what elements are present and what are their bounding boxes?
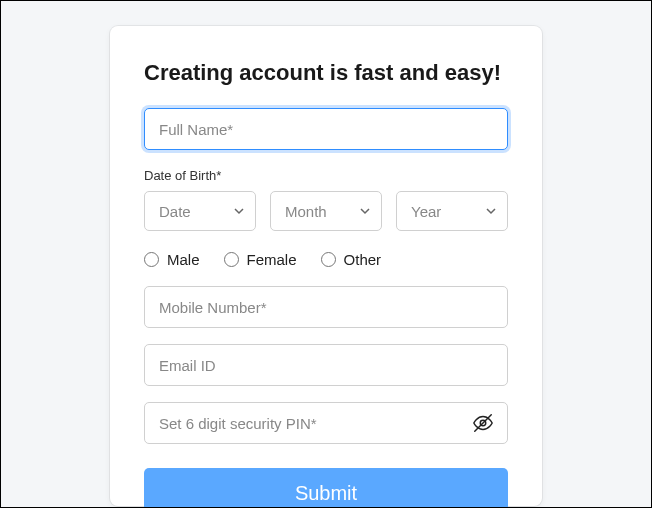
chevron-down-icon	[485, 205, 497, 217]
gender-radio-group: Male Female Other	[144, 251, 508, 268]
page-title: Creating account is fast and easy!	[144, 60, 508, 86]
pin-field-wrap	[144, 402, 508, 444]
dob-date-placeholder: Date	[159, 203, 191, 220]
toggle-pin-visibility-icon[interactable]	[472, 412, 494, 434]
eye-off-icon	[472, 412, 494, 434]
gender-female-radio[interactable]	[224, 252, 239, 267]
dob-year-select[interactable]: Year	[396, 191, 508, 231]
gender-female-option[interactable]: Female	[224, 251, 297, 268]
chevron-down-icon	[359, 205, 371, 217]
field-stack	[144, 286, 508, 444]
dob-date-select[interactable]: Date	[144, 191, 256, 231]
submit-button[interactable]: Submit	[144, 468, 508, 508]
gender-male-option[interactable]: Male	[144, 251, 200, 268]
signup-card: Creating account is fast and easy! Date …	[110, 26, 542, 506]
dob-month-placeholder: Month	[285, 203, 327, 220]
gender-male-radio[interactable]	[144, 252, 159, 267]
full-name-input[interactable]	[144, 108, 508, 150]
gender-other-radio[interactable]	[321, 252, 336, 267]
dob-month-select[interactable]: Month	[270, 191, 382, 231]
gender-female-label: Female	[247, 251, 297, 268]
gender-male-label: Male	[167, 251, 200, 268]
chevron-down-icon	[233, 205, 245, 217]
dob-label: Date of Birth*	[144, 168, 508, 183]
mobile-input[interactable]	[144, 286, 508, 328]
dob-row: Date Month Year	[144, 191, 508, 231]
dob-year-placeholder: Year	[411, 203, 441, 220]
gender-other-label: Other	[344, 251, 382, 268]
gender-other-option[interactable]: Other	[321, 251, 382, 268]
pin-input[interactable]	[144, 402, 508, 444]
email-input[interactable]	[144, 344, 508, 386]
